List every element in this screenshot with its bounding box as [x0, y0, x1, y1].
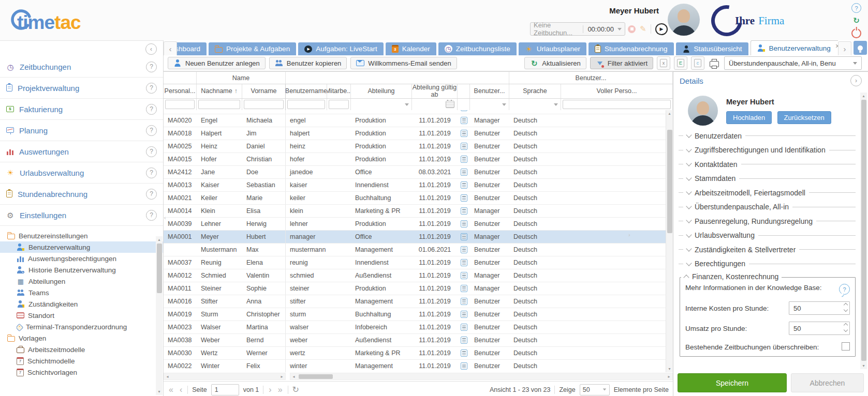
table-row[interactable]: MA0001 Meyer Hubert manager Office 11.01… [164, 231, 666, 243]
help-icon[interactable]: ? [146, 125, 157, 136]
filter-sprache-select[interactable] [511, 100, 559, 109]
help-icon[interactable]: ? [851, 3, 861, 13]
cancel-button[interactable]: Abbrechen [791, 373, 864, 392]
tab[interactable]: Stundenabrechnung × [589, 42, 674, 55]
page-number-input[interactable] [211, 384, 239, 395]
help-icon[interactable]: ? [146, 146, 157, 157]
tree-item[interactable]: Standort [0, 310, 163, 321]
table-row[interactable]: MA0016 Stifter Anna stifter Management 1… [164, 295, 666, 308]
last-page-button[interactable]: » [277, 385, 284, 394]
table-row[interactable]: MA0030 Wertz Werner wertz Marketing & PR… [164, 347, 666, 360]
cell-detail-icon[interactable] [458, 166, 470, 178]
cell-detail-icon[interactable] [458, 269, 470, 282]
tree-item[interactable]: Vorlagen [0, 332, 163, 344]
col-abteilung[interactable]: Abteilung [351, 84, 412, 98]
tabs-scroll-right-button[interactable]: › [838, 41, 851, 55]
umsatz-input[interactable] [789, 322, 850, 335]
details-section-header[interactable]: Arbeitszeitmodell, Feiertagsmodell [679, 186, 856, 200]
details-section-header[interactable]: Urlaubsverwaltung [679, 229, 856, 243]
details-scrollbar[interactable]: ▴ ▾ [860, 93, 867, 369]
frozen-columns-hscrollbar[interactable]: ◂ ▸ [164, 373, 286, 380]
cell-detail-icon[interactable] [458, 321, 470, 333]
reset-button[interactable]: Zurücksetzen [777, 111, 831, 124]
tips-button[interactable] [854, 41, 867, 55]
scrollbar-thumb[interactable] [667, 130, 672, 233]
collapse-panel-button[interactable]: › [850, 75, 862, 86]
table-row[interactable]: MA0018 Halpert Jim halpert Produktion 11… [164, 127, 666, 140]
details-section-header[interactable]: Zuständigkeiten & Stellvertreter [679, 242, 856, 257]
tree-item[interactable]: Zuständigkeiten [0, 298, 163, 310]
filter-rolle-select[interactable] [472, 100, 507, 109]
cell-detail-icon[interactable] [458, 114, 470, 127]
filter-abteilung-select[interactable] [352, 100, 410, 109]
sidebar-splitter-arrow[interactable]: ‹ [164, 215, 166, 221]
export-csv-button[interactable]: c [691, 56, 704, 70]
next-page-button[interactable]: › [268, 385, 272, 394]
print-button[interactable] [708, 57, 720, 69]
table-row[interactable]: MA0021 Keiler Marie keiler Buchhaltung 1… [164, 192, 666, 205]
table-hscrollbar[interactable]: ◂ ▸ [290, 373, 673, 380]
tab[interactable]: Dashboard × [177, 42, 207, 55]
details-section-header[interactable]: Stammdaten [679, 172, 856, 186]
col-mitarbeiter[interactable]: Mitarbe... [327, 84, 351, 98]
help-icon[interactable]: ? [146, 189, 157, 200]
tab[interactable]: Statusübersicht × [676, 42, 748, 55]
sidebar-item[interactable]: ☀ Urlaubsverwaltung ? [0, 162, 163, 184]
tree-item[interactable]: Terminal-Transponderzuordnung [0, 321, 163, 332]
tree-item[interactable]: Arbeitszeitmodelle [0, 344, 163, 355]
table-row[interactable]: MA0019 Sturm Christopher sturm Buchhaltu… [164, 308, 666, 321]
details-section-header[interactable]: Berechtigungen [679, 257, 856, 271]
help-icon[interactable]: ? [146, 62, 157, 72]
overwrite-checkbox[interactable] [842, 342, 850, 351]
details-section-header[interactable]: Überstundenpauschale, All-in [679, 200, 856, 215]
sidebar-item[interactable]: ⚙ Einstellungen ? [0, 205, 163, 226]
scroll-right-icon[interactable]: ▸ [278, 373, 285, 379]
refresh-icon[interactable]: ↻ [292, 385, 299, 394]
help-icon[interactable]: ? [146, 83, 157, 94]
cell-detail-icon[interactable] [458, 360, 470, 372]
col-benutzerrolle[interactable]: Benutzer... [470, 84, 509, 98]
save-button[interactable]: Speichern [678, 373, 787, 392]
sidebar-item[interactable]: Projektverwaltung ? [0, 78, 163, 99]
sidebar-item[interactable]: Auswertungen ? [0, 141, 163, 162]
cell-detail-icon[interactable] [458, 192, 470, 204]
cell-detail-icon[interactable] [458, 205, 470, 217]
play-tracking-icon[interactable]: ▶ [655, 23, 668, 35]
tab[interactable]: Benutzerverwaltung × [751, 40, 838, 55]
spinner-buttons[interactable] [844, 303, 847, 311]
cell-detail-icon[interactable] [458, 308, 470, 321]
table-row[interactable]: MA0015 Hofer Christian hofer Produktion … [164, 153, 666, 166]
tree-item[interactable]: ▦ Abteilungen [0, 276, 163, 287]
finance-section-header[interactable]: Finanzen, Kostenrechnung [681, 272, 782, 281]
filter-benutzername-input[interactable] [287, 100, 325, 109]
help-icon[interactable]: ? [146, 210, 157, 221]
interne-kosten-input[interactable] [789, 301, 850, 315]
help-icon[interactable]: ? [146, 167, 157, 178]
chevron-down-icon[interactable] [617, 28, 622, 31]
upload-button[interactable]: Hochladen [726, 111, 772, 124]
cell-detail-icon[interactable] [458, 295, 470, 308]
table-row[interactable]: MA0012 Schmied Valentin schmied Außendie… [164, 269, 666, 282]
sidebar-item[interactable]: Fakturierung ? [0, 99, 163, 120]
tab[interactable]: ☀ Urlaubsplaner × [519, 42, 586, 55]
col-personalnr[interactable]: Personal... [164, 84, 197, 98]
sidebar-item[interactable]: ◷ Zeitbuchungen ? [0, 56, 163, 78]
tree-item[interactable]: Historie Benutzerverwaltung [0, 264, 163, 276]
details-splitter-arrow[interactable]: › [628, 232, 630, 238]
col-voller-personalname[interactable]: Voller Perso... [561, 84, 673, 98]
tree-item[interactable]: 7 Schichtvorlagen [0, 367, 163, 378]
table-row[interactable]: MA0022 Winter Felix winter Management 11… [164, 360, 666, 372]
table-row[interactable]: Mustermann Max mustermann Management 01.… [164, 243, 666, 256]
table-row[interactable]: MA0011 Steiner Sophie steiner Produktion… [164, 282, 666, 295]
cell-detail-icon[interactable] [458, 282, 470, 295]
view-preset-dropdown[interactable]: Überstundenpauschale, All-in, Benu [724, 56, 862, 70]
table-row[interactable]: MA2412 Jane Doe janedoe Office 08.03.202… [164, 166, 666, 179]
col-benutzername[interactable]: Benutzername [286, 84, 327, 98]
table-vertical-scrollbar[interactable]: ▴ ▾ [666, 110, 673, 372]
tree-item[interactable]: Teams [0, 287, 163, 298]
scroll-left-icon[interactable]: ◂ [290, 373, 297, 379]
details-section-header[interactable]: Zugriffsberechtigungen und Identifikatio… [679, 143, 856, 158]
welcome-email-button[interactable]: Willkommens-Email senden [350, 57, 457, 69]
refresh-icon[interactable]: ↻ [852, 16, 861, 24]
first-page-button[interactable]: « [168, 385, 174, 394]
